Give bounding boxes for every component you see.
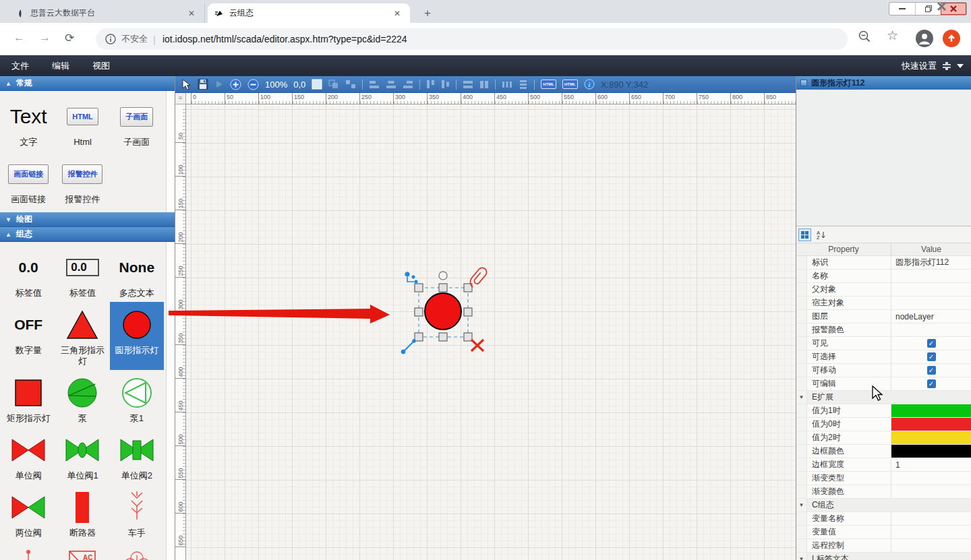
- property-value[interactable]: [891, 404, 971, 417]
- menu-edit[interactable]: 编辑: [40, 60, 81, 72]
- checkbox-checked-icon[interactable]: ✓: [927, 366, 936, 375]
- zoom-in-icon[interactable]: [230, 79, 241, 90]
- rotate-handle-icon[interactable]: [439, 272, 447, 280]
- property-value[interactable]: [891, 323, 971, 336]
- palette-item[interactable]: PT: [110, 542, 164, 560]
- property-value[interactable]: ✓: [891, 337, 971, 350]
- zoom-out-icon[interactable]: [247, 79, 259, 90]
- palette-item[interactable]: 泵: [55, 370, 109, 427]
- menu-view[interactable]: 视图: [81, 60, 121, 72]
- tab-scada-editor[interactable]: 云组态 ✕: [208, 3, 410, 23]
- palette-item[interactable]: 画面链接画面链接: [1, 151, 55, 208]
- property-category-row[interactable]: ▼C组态: [796, 499, 971, 512]
- property-value[interactable]: [891, 539, 971, 552]
- delete-x-icon[interactable]: [471, 340, 483, 351]
- property-category-row[interactable]: ▼E扩展: [796, 391, 971, 404]
- align-left-icon[interactable]: [369, 80, 380, 89]
- play-icon[interactable]: [214, 80, 224, 89]
- menu-file[interactable]: 文件: [0, 60, 40, 72]
- new-tab-button[interactable]: +: [419, 5, 436, 22]
- property-value[interactable]: 圆形指示灯112: [891, 256, 971, 269]
- reload-icon[interactable]: ⟳: [65, 31, 74, 45]
- checkbox-checked-icon[interactable]: ✓: [927, 379, 936, 388]
- property-value[interactable]: [891, 445, 971, 458]
- color-swatch[interactable]: [891, 404, 971, 417]
- property-value[interactable]: [891, 418, 971, 431]
- palette-item[interactable]: 矩形指示灯: [1, 370, 55, 427]
- same-width-icon[interactable]: [463, 80, 473, 89]
- align-top-icon[interactable]: [426, 80, 435, 89]
- palette-item[interactable]: ACDC逆变器: [55, 542, 109, 560]
- profile-icon[interactable]: [916, 30, 933, 47]
- url-field[interactable]: 不安全 | iot.idosp.net/html/scada/editor.as…: [96, 28, 848, 50]
- palette-item[interactable]: 车手: [110, 485, 164, 542]
- categorized-view-icon[interactable]: [798, 228, 811, 241]
- property-category-row[interactable]: ▼L标签文本: [796, 553, 971, 560]
- tab-dashboard[interactable]: 思普云大数据平台 ✕: [9, 3, 205, 23]
- palette-item[interactable]: 子画面子画面: [110, 94, 164, 151]
- cursor-icon[interactable]: [181, 79, 192, 90]
- group-icon[interactable]: [328, 80, 339, 89]
- scale-line-icon[interactable]: [401, 340, 415, 354]
- color-swatch[interactable]: [891, 431, 971, 444]
- checkbox-checked-icon[interactable]: ✓: [927, 339, 936, 348]
- palette-item[interactable]: 单位阀2: [110, 427, 164, 485]
- property-value[interactable]: [891, 297, 971, 309]
- palette-item[interactable]: Text文字: [1, 94, 55, 151]
- palette-item[interactable]: 刀闸: [1, 542, 55, 560]
- back-icon[interactable]: ←: [13, 31, 25, 44]
- property-value[interactable]: [891, 526, 971, 538]
- close-icon[interactable]: ✕: [185, 9, 198, 18]
- property-value[interactable]: [891, 485, 971, 498]
- property-value[interactable]: ✓: [891, 377, 971, 390]
- palette-section-header[interactable]: ▲组态: [0, 227, 175, 242]
- star-icon[interactable]: ☆: [887, 28, 898, 43]
- info-icon[interactable]: i: [584, 79, 595, 90]
- property-value[interactable]: [891, 512, 971, 525]
- property-value[interactable]: [891, 270, 971, 282]
- distribute-v-icon[interactable]: [519, 80, 528, 89]
- palette-item[interactable]: None多态文本: [110, 245, 164, 302]
- property-value[interactable]: [891, 431, 971, 444]
- palette-item[interactable]: 三角形指示灯: [55, 302, 109, 370]
- html2-icon[interactable]: HTML: [562, 80, 578, 89]
- ungroup-icon[interactable]: [345, 80, 356, 89]
- palette-item[interactable]: OFF数字量: [1, 302, 55, 370]
- save-icon[interactable]: [198, 79, 208, 90]
- palette-section-header[interactable]: ▼绘图: [0, 212, 175, 227]
- palette-item[interactable]: 泵1: [110, 370, 164, 427]
- paperclip-icon[interactable]: [467, 266, 488, 288]
- property-value[interactable]: ✓: [891, 350, 971, 363]
- align-middle-icon[interactable]: [441, 80, 450, 89]
- page-zoom-icon[interactable]: [858, 30, 871, 43]
- quick-settings[interactable]: 快速设置: [902, 60, 971, 72]
- html-icon[interactable]: HTML: [541, 80, 556, 89]
- palette-item[interactable]: 单位阀1: [55, 427, 109, 485]
- close-icon[interactable]: ✕: [391, 9, 403, 18]
- close-icon[interactable]: [941, 3, 966, 15]
- connect-icon[interactable]: [405, 272, 417, 283]
- distribute-h-icon[interactable]: [502, 80, 512, 89]
- property-value[interactable]: 1: [891, 458, 971, 471]
- color-swatch[interactable]: [891, 445, 971, 458]
- palette-item[interactable]: 断路器: [55, 485, 109, 542]
- canvas-icon[interactable]: [312, 79, 322, 90]
- palette-item[interactable]: 0.0标签值: [1, 245, 55, 302]
- palette-item[interactable]: HTMLHtml: [55, 94, 109, 151]
- palette-section-header[interactable]: ▲常规: [0, 76, 175, 91]
- restore-icon[interactable]: [915, 3, 941, 15]
- align-center-icon[interactable]: [386, 80, 396, 89]
- property-value[interactable]: nodeLayer: [891, 310, 971, 323]
- design-canvas[interactable]: [186, 104, 796, 560]
- update-icon[interactable]: [943, 30, 960, 47]
- property-value[interactable]: [891, 283, 971, 296]
- forward-icon[interactable]: →: [39, 31, 51, 44]
- alphabetical-sort-icon[interactable]: AZ: [815, 228, 827, 241]
- same-height-icon[interactable]: [479, 80, 489, 89]
- property-value[interactable]: [891, 472, 971, 485]
- palette-item[interactable]: 单位阀: [1, 427, 55, 485]
- minimize-icon[interactable]: [889, 3, 915, 15]
- palette-item[interactable]: 报警控件报警控件: [55, 151, 109, 208]
- palette-item[interactable]: 两位阀: [1, 485, 55, 542]
- align-right-icon[interactable]: [403, 80, 413, 89]
